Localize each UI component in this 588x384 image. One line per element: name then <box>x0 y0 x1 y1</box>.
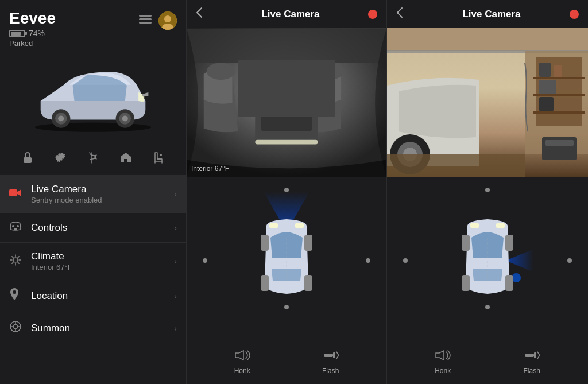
right-sensor-top <box>485 188 490 192</box>
right-camera-panel: Live Camera <box>387 0 588 384</box>
menu-item-climate[interactable]: Climate Interior 67°F › <box>0 243 186 280</box>
menu-item-live-camera[interactable]: Live Camera Sentry mode enabled › <box>0 176 186 213</box>
middle-honk-button[interactable]: Honk <box>234 350 250 375</box>
right-flash-label: Flash <box>523 367 540 375</box>
right-camera-feed <box>387 28 588 177</box>
middle-flash-button[interactable]: Flash <box>322 350 339 375</box>
battery-percentage: 74% <box>29 29 45 38</box>
right-sensor-left <box>403 258 408 263</box>
right-honk-icon <box>435 350 451 364</box>
right-panel: Live Camera <box>387 0 588 384</box>
climate-text: Climate Interior 67°F <box>31 251 174 271</box>
flash-icon <box>323 350 339 364</box>
location-title: Location <box>31 290 174 302</box>
svg-rect-60 <box>462 275 470 291</box>
sensor-bottom <box>284 305 289 309</box>
svg-rect-32 <box>261 275 269 291</box>
home-action[interactable] <box>114 149 137 170</box>
right-record-button[interactable] <box>570 10 579 19</box>
svg-rect-62 <box>470 223 479 228</box>
car-info: Eevee 74% Parked <box>9 9 56 48</box>
right-camera-header: Live Camera <box>387 0 588 28</box>
svg-rect-0 <box>139 15 152 17</box>
interior-camera-svg <box>187 28 386 177</box>
right-back-button[interactable] <box>396 7 413 21</box>
svg-rect-33 <box>304 275 312 291</box>
controls-title: Controls <box>31 222 174 234</box>
svg-rect-24 <box>187 29 386 63</box>
menu-item-controls[interactable]: Controls › <box>0 213 186 243</box>
svg-rect-61 <box>505 275 513 291</box>
svg-rect-44 <box>533 77 585 79</box>
middle-back-button[interactable] <box>196 7 213 21</box>
live-camera-title: Live Camera <box>31 184 174 195</box>
svg-point-17 <box>12 225 14 227</box>
climate-title: Climate <box>31 251 174 262</box>
right-flash-button[interactable]: Flash <box>523 350 540 375</box>
svg-point-26 <box>207 63 235 80</box>
car-menu-icon[interactable] <box>139 15 152 27</box>
svg-point-6 <box>35 123 152 132</box>
svg-rect-37 <box>324 354 333 357</box>
interior-temp-label: Interior 67°F <box>191 165 229 173</box>
left-panel: Eevee 74% Parked <box>0 0 186 384</box>
svg-point-16 <box>14 228 17 230</box>
sensor-right <box>366 258 370 263</box>
car-name: Eevee <box>9 9 56 28</box>
svg-rect-63 <box>496 223 505 228</box>
svg-rect-47 <box>539 63 551 77</box>
seat-action[interactable] <box>147 149 170 170</box>
garage-camera-svg <box>387 28 588 177</box>
live-camera-subtitle: Sentry mode enabled <box>31 196 174 204</box>
user-avatar[interactable] <box>158 11 177 30</box>
middle-camera-panel: Live Camera <box>187 0 386 384</box>
menu-item-location[interactable]: Location › <box>0 280 186 312</box>
middle-camera-header: Live Camera <box>187 0 386 28</box>
middle-panel: Live Camera <box>186 0 387 384</box>
svg-rect-56 <box>387 154 525 177</box>
middle-record-button[interactable] <box>368 10 377 19</box>
sensor-left <box>203 258 207 263</box>
car-header: Eevee 74% Parked <box>0 0 186 52</box>
controls-icon <box>9 221 26 234</box>
right-camera-title: Live Camera <box>462 9 520 20</box>
lock-action[interactable] <box>16 149 39 170</box>
svg-rect-46 <box>533 111 585 114</box>
right-sensor-bottom <box>485 305 490 309</box>
header-icons <box>139 11 177 30</box>
right-camera-actions: Honk Flash <box>387 344 588 384</box>
svg-point-12 <box>122 115 128 121</box>
summon-text: Summon <box>31 323 174 334</box>
svg-rect-31 <box>304 235 312 251</box>
climate-icon <box>9 254 26 269</box>
live-camera-icon <box>9 188 26 201</box>
right-sensor-right <box>567 258 572 263</box>
sensor-top <box>284 188 289 192</box>
svg-rect-15 <box>9 189 17 196</box>
right-honk-button[interactable]: Honk <box>435 350 451 375</box>
summon-title: Summon <box>31 323 174 334</box>
svg-rect-35 <box>295 223 304 228</box>
honk-icon <box>234 350 250 364</box>
menu-item-summon[interactable]: Summon › <box>0 312 186 344</box>
svg-rect-55 <box>545 140 574 146</box>
svg-rect-38 <box>333 352 335 358</box>
climate-action[interactable] <box>82 149 105 170</box>
location-text: Location <box>31 290 174 302</box>
right-honk-label: Honk <box>435 367 451 375</box>
fan-action[interactable] <box>49 149 72 170</box>
controls-text: Controls <box>31 222 174 234</box>
battery-icon <box>9 30 25 37</box>
middle-car-diagram <box>187 177 386 344</box>
location-icon <box>9 288 26 304</box>
svg-rect-50 <box>539 97 554 111</box>
car-image-area <box>0 52 186 144</box>
svg-rect-49 <box>539 80 556 94</box>
menu-list: Live Camera Sentry mode enabled › Contro… <box>0 176 186 384</box>
svg-rect-45 <box>533 94 585 96</box>
svg-point-19 <box>13 258 18 262</box>
middle-camera-title: Live Camera <box>261 9 319 20</box>
live-camera-text: Live Camera Sentry mode enabled <box>31 184 174 204</box>
svg-rect-48 <box>554 65 562 77</box>
middle-camera-actions: Honk Flash <box>187 344 386 384</box>
